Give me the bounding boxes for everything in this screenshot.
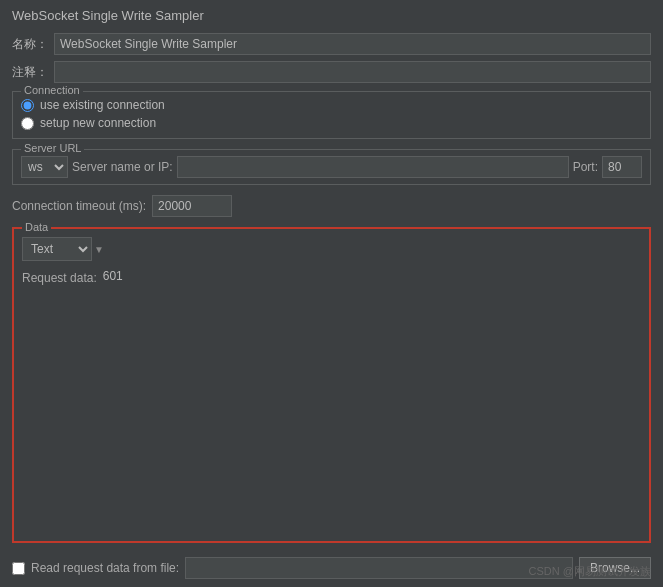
data-type-row: Text Binary ▼ <box>22 237 641 261</box>
server-url-group-label: Server URL <box>21 142 84 154</box>
comment-row: 注释： <box>12 61 651 83</box>
port-label: Port: <box>573 160 598 174</box>
setup-new-label: setup new connection <box>40 116 156 130</box>
content-area: 名称： 注释： Connection use existing connecti… <box>0 29 663 551</box>
timeout-row: Connection timeout (ms): <box>12 195 651 217</box>
read-from-file-checkbox[interactable] <box>12 562 25 575</box>
timeout-label: Connection timeout (ms): <box>12 199 146 213</box>
request-data-label: Request data: <box>22 269 97 285</box>
protocol-select[interactable]: ws wss <box>21 156 68 178</box>
watermark: CSDN @网易测试开发族 <box>529 564 651 579</box>
data-type-select[interactable]: Text Binary <box>22 237 92 261</box>
request-data-row: Request data: 601 <box>22 269 641 533</box>
request-data-value: 601 <box>103 269 641 283</box>
use-existing-label: use existing connection <box>40 98 165 112</box>
connection-option1-row: use existing connection <box>21 96 642 114</box>
file-path-input[interactable] <box>185 557 573 579</box>
data-section-label: Data <box>22 221 51 233</box>
setup-new-radio[interactable] <box>21 117 34 130</box>
name-label: 名称： <box>12 36 48 53</box>
name-input[interactable] <box>54 33 651 55</box>
comment-input[interactable] <box>54 61 651 83</box>
connection-option2-row: setup new connection <box>21 114 642 132</box>
data-section: Data Text Binary ▼ Request data: 601 <box>12 227 651 543</box>
server-url-row: ws wss Server name or IP: Port: <box>21 156 642 178</box>
read-from-file-label: Read request data from file: <box>31 561 179 575</box>
server-url-group: Server URL ws wss Server name or IP: Por… <box>12 149 651 185</box>
port-input[interactable] <box>602 156 642 178</box>
use-existing-radio[interactable] <box>21 99 34 112</box>
title-bar: WebSocket Single Write Sampler <box>0 0 663 29</box>
server-name-label: Server name or IP: <box>72 160 173 174</box>
server-input[interactable] <box>177 156 569 178</box>
timeout-input[interactable] <box>152 195 232 217</box>
name-row: 名称： <box>12 33 651 55</box>
connection-group: Connection use existing connection setup… <box>12 91 651 139</box>
comment-label: 注释： <box>12 64 48 81</box>
window-title: WebSocket Single Write Sampler <box>12 8 204 23</box>
main-window: WebSocket Single Write Sampler 名称： 注释： C… <box>0 0 663 587</box>
connection-group-label: Connection <box>21 84 83 96</box>
